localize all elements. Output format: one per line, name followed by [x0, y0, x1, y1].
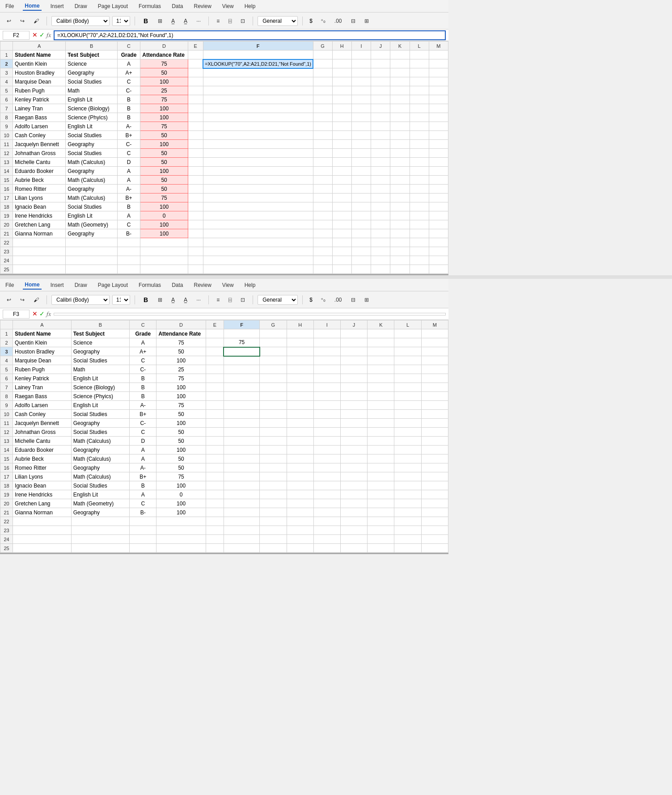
- menu-data-2[interactable]: Data: [170, 281, 185, 289]
- cell-b12-1[interactable]: Social Studies: [66, 149, 118, 158]
- cell-m3-2[interactable]: [421, 347, 448, 356]
- cell-k15-1[interactable]: [390, 176, 410, 185]
- cell-l16-1[interactable]: [410, 185, 429, 193]
- cell-a20-1[interactable]: Gretchen Lang: [13, 220, 66, 229]
- cell-b2-2[interactable]: Science: [71, 338, 130, 347]
- cell-c1-2[interactable]: Grade: [130, 329, 156, 338]
- cell-d17-1[interactable]: 75: [140, 193, 188, 202]
- cell-d21-1[interactable]: 100: [140, 229, 188, 238]
- more-btn-1[interactable]: ···: [193, 17, 204, 25]
- cell-e15-1[interactable]: [188, 176, 203, 185]
- cell-l19-1[interactable]: [410, 211, 429, 220]
- cell-b15-1[interactable]: Math (Calculus): [66, 176, 118, 185]
- font-selector-1[interactable]: Calibri (Body): [51, 16, 110, 26]
- insert-function-icon-2[interactable]: 𝑓𝑥: [46, 310, 51, 318]
- cell-e11-1[interactable]: [188, 140, 203, 149]
- cell-l1-1[interactable]: [410, 50, 429, 59]
- cell-i16-1[interactable]: [351, 185, 371, 193]
- cell-i12-1[interactable]: [351, 149, 371, 158]
- cell-d12-1[interactable]: 50: [140, 149, 188, 158]
- conditional-format-1[interactable]: ⊟: [348, 17, 359, 25]
- wrap-btn-2[interactable]: ⌸: [225, 295, 235, 304]
- cell-g2-1[interactable]: [313, 59, 332, 68]
- col-header-m-1[interactable]: M: [429, 42, 448, 50]
- cell-j9-1[interactable]: [371, 122, 390, 131]
- cell-k2-2[interactable]: [368, 338, 394, 347]
- cell-f8-1[interactable]: [203, 113, 313, 122]
- cell-g13-1[interactable]: [313, 158, 332, 167]
- cell-g1-1[interactable]: [313, 50, 332, 59]
- cell-g2-2[interactable]: [260, 338, 287, 347]
- cell-f2-2[interactable]: 75: [224, 338, 259, 347]
- redo-btn-1[interactable]: ↪: [17, 17, 28, 25]
- cell-g4-1[interactable]: [313, 77, 332, 86]
- cell-c20-1[interactable]: C: [117, 220, 140, 229]
- col-header-d-1[interactable]: D: [140, 42, 188, 50]
- cell-g8-1[interactable]: [313, 113, 332, 122]
- cell-a1-2[interactable]: Student Name: [13, 329, 72, 338]
- cell-h14-1[interactable]: [332, 167, 351, 176]
- cell-d11-1[interactable]: 100: [140, 140, 188, 149]
- cell-e1-2[interactable]: [206, 329, 224, 338]
- cell-e6-1[interactable]: [188, 95, 203, 104]
- cell-f3-2[interactable]: [224, 347, 259, 356]
- cell-m10-1[interactable]: [429, 131, 448, 140]
- cell-e19-1[interactable]: [188, 211, 203, 220]
- cell-e8-1[interactable]: [188, 113, 203, 122]
- menu-view-2[interactable]: View: [220, 281, 236, 289]
- cell-b17-1[interactable]: Math (Calculus): [66, 193, 118, 202]
- cell-d5-1[interactable]: 25: [140, 86, 188, 95]
- insert-function-icon-1[interactable]: 𝑓𝑥: [46, 31, 51, 39]
- cell-b3-2[interactable]: Geography: [71, 347, 130, 356]
- cell-c3-1[interactable]: A+: [117, 68, 140, 77]
- cell-h2-1[interactable]: [332, 59, 351, 68]
- cell-l4-1[interactable]: [410, 77, 429, 86]
- cell-m1-2[interactable]: [421, 329, 448, 338]
- font-selector-2[interactable]: Calibri (Body): [51, 295, 110, 305]
- cell-k13-1[interactable]: [390, 158, 410, 167]
- cell-j14-1[interactable]: [371, 167, 390, 176]
- cell-j18-1[interactable]: [371, 202, 390, 211]
- cell-j1-2[interactable]: [340, 329, 367, 338]
- cell-d4-1[interactable]: 100: [140, 77, 188, 86]
- cell-e2-1[interactable]: [188, 59, 203, 68]
- menu-help-2[interactable]: Help: [243, 281, 258, 289]
- cell-i3-1[interactable]: [351, 68, 371, 77]
- col-header-b-1[interactable]: B: [66, 42, 118, 50]
- cell-d16-1[interactable]: 50: [140, 185, 188, 193]
- cell-h11-1[interactable]: [332, 140, 351, 149]
- cell-h7-1[interactable]: [332, 104, 351, 113]
- formula-input-2[interactable]: [54, 313, 446, 315]
- cell-f14-1[interactable]: [203, 167, 313, 176]
- cell-k18-1[interactable]: [390, 202, 410, 211]
- cell-e5-1[interactable]: [188, 86, 203, 95]
- cell-c13-1[interactable]: D: [117, 158, 140, 167]
- cell-e10-1[interactable]: [188, 131, 203, 140]
- redo-btn-2[interactable]: ↪: [17, 295, 28, 304]
- cell-ref-input-1[interactable]: [3, 31, 30, 40]
- cell-m4-1[interactable]: [429, 77, 448, 86]
- cell-a3-2[interactable]: Houston Bradley: [13, 347, 72, 356]
- cell-i21-1[interactable]: [351, 229, 371, 238]
- cell-e3-2[interactable]: [206, 347, 224, 356]
- cell-j4-1[interactable]: [371, 77, 390, 86]
- cell-m6-1[interactable]: [429, 95, 448, 104]
- cell-c18-1[interactable]: B: [117, 202, 140, 211]
- col-header-l-1[interactable]: L: [410, 42, 429, 50]
- cell-m5-1[interactable]: [429, 86, 448, 95]
- cell-f16-1[interactable]: [203, 185, 313, 193]
- cell-h3-1[interactable]: [332, 68, 351, 77]
- format-selector-2[interactable]: General: [258, 295, 298, 305]
- cell-h16-1[interactable]: [332, 185, 351, 193]
- cell-d15-1[interactable]: 50: [140, 176, 188, 185]
- cell-k11-1[interactable]: [390, 140, 410, 149]
- cell-b8-1[interactable]: Science (Phyics): [66, 113, 118, 122]
- col-header-g-1[interactable]: G: [313, 42, 332, 50]
- cell-b14-1[interactable]: Geography: [66, 167, 118, 176]
- cell-g21-1[interactable]: [313, 229, 332, 238]
- col-header-a-2[interactable]: A: [13, 320, 72, 329]
- menu-view-1[interactable]: View: [220, 2, 236, 10]
- cell-i4-1[interactable]: [351, 77, 371, 86]
- cell-ref-input-2[interactable]: [3, 310, 30, 319]
- borders-btn-2[interactable]: ⊞: [155, 295, 165, 304]
